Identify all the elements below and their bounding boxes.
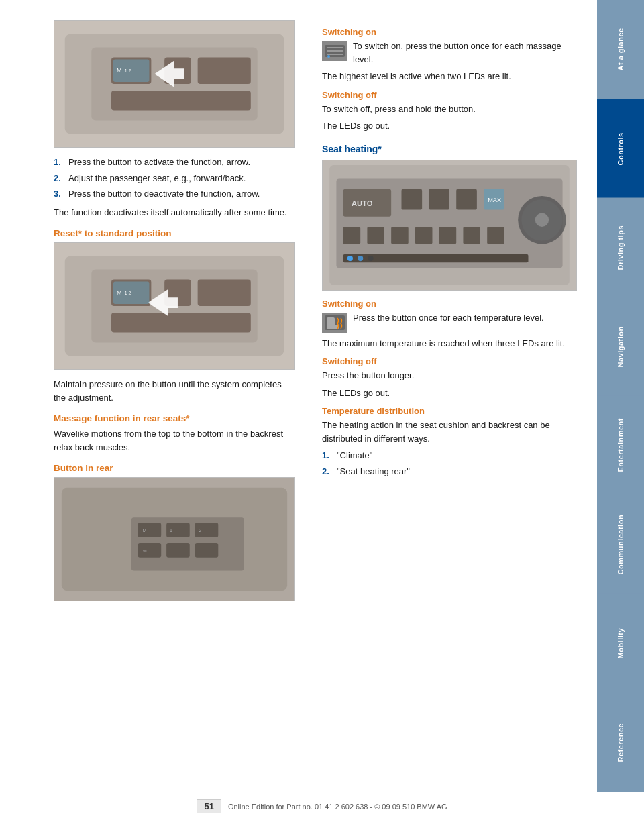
svg-rect-26 <box>138 523 162 537</box>
sidebar-item-navigation[interactable]: Navigation <box>597 297 644 397</box>
sidebar-item-at-a-glance[interactable]: At a glance <box>597 0 644 99</box>
sidebar-item-reference[interactable]: Reference <box>597 693 644 792</box>
left-column: M 1 2 1. Press the button to activate th… <box>54 20 315 800</box>
svg-point-54 <box>535 213 549 226</box>
svg-rect-68 <box>327 317 335 327</box>
switching-on-body-1: The highest level is active when two LED… <box>322 70 577 83</box>
svg-text:M: M <box>117 289 121 296</box>
seat-heating-image: AUTO MAX <box>322 160 577 291</box>
svg-rect-47 <box>401 189 422 209</box>
svg-text:M: M <box>143 528 147 533</box>
svg-point-63 <box>347 255 353 260</box>
svg-rect-60 <box>463 227 480 244</box>
svg-rect-57 <box>391 227 409 244</box>
svg-point-41 <box>327 55 330 58</box>
sidebar: At a glance Controls Driving tips Naviga… <box>597 0 644 792</box>
reset-heading: Reset* to standard position <box>54 228 295 238</box>
svg-point-64 <box>358 255 363 260</box>
steps-list: 1. Press the button to activate the func… <box>54 156 295 201</box>
svg-rect-30 <box>166 543 190 558</box>
switching-on-text-2: Press the button once for each temperatu… <box>353 311 544 325</box>
switching-on-icon-row-2: Press the button once for each temperatu… <box>322 311 577 333</box>
svg-rect-58 <box>415 227 433 244</box>
step-1: 1. Press the button to activate the func… <box>54 156 295 169</box>
svg-rect-69 <box>327 325 339 329</box>
switching-on-heading-1: Switching on <box>322 27 577 37</box>
svg-text:MAX: MAX <box>488 197 501 203</box>
switching-off-text-1: To switch off, press and hold the button… <box>322 103 577 116</box>
seat-heat-on-icon <box>322 313 347 333</box>
sidebar-item-entertainment[interactable]: Entertainment <box>597 396 644 495</box>
svg-rect-5 <box>198 57 251 84</box>
svg-rect-49 <box>456 189 477 209</box>
svg-text:1: 1 <box>170 528 172 533</box>
temp-dist-item-1: 1. "Climate" <box>322 449 577 462</box>
footer: 51 Online Edition for Part no. 01 41 2 6… <box>0 792 644 820</box>
seat-image-reset: M 1 2 <box>54 242 295 370</box>
svg-rect-48 <box>429 189 449 209</box>
switching-on-body-2: The maximum temperature is reached when … <box>322 337 577 350</box>
switching-off-text-2: Press the button longer. <box>322 369 577 382</box>
massage-body: Wavelike motions from the top to the bot… <box>54 427 295 454</box>
svg-text:2: 2 <box>199 528 202 533</box>
svg-rect-31 <box>195 543 219 558</box>
svg-text:M: M <box>117 67 121 74</box>
svg-rect-59 <box>439 227 457 244</box>
svg-text:1  2: 1 2 <box>125 68 131 73</box>
svg-rect-6 <box>111 91 251 111</box>
svg-rect-29 <box>138 543 162 558</box>
leds-go-out-2: The LEDs go out. <box>322 387 577 400</box>
sidebar-item-controls[interactable]: Controls <box>597 99 644 199</box>
footer-text: Online Edition for Part no. 01 41 2 602 … <box>228 803 447 811</box>
seat-heating-heading: Seat heating* <box>322 144 577 154</box>
sidebar-item-mobility[interactable]: Mobility <box>597 594 644 693</box>
step-2: 2. Adjust the passenger seat, e.g., forw… <box>54 172 295 185</box>
svg-rect-61 <box>487 227 504 244</box>
temp-dist-heading: Temperature distribution <box>322 406 577 416</box>
switching-on-text-1: To switch on, press the button once for … <box>353 40 577 66</box>
seat-image-top: M 1 2 <box>54 20 295 148</box>
temp-dist-body: The heating action in the seat cushion a… <box>322 419 577 445</box>
svg-rect-17 <box>111 313 251 333</box>
svg-text:⇐: ⇐ <box>143 548 147 553</box>
svg-point-65 <box>368 255 373 260</box>
button-rear-heading: Button in rear <box>54 463 295 473</box>
maintain-pressure-text: Maintain pressure on the button until th… <box>54 378 295 404</box>
temp-dist-item-2: 2. "Seat heating rear" <box>322 465 577 478</box>
svg-rect-16 <box>198 279 251 306</box>
massage-on-icon <box>322 41 347 61</box>
switching-on-heading-2: Switching on <box>322 299 577 309</box>
svg-text:1  2: 1 2 <box>125 291 131 295</box>
page-number: 51 <box>197 799 221 813</box>
massage-heading: Massage function in rear seats* <box>54 413 295 423</box>
temp-dist-list: 1. "Climate" 2. "Seat heating rear" <box>322 449 577 478</box>
seat-image-rear: M 1 2 ⇐ <box>54 477 295 601</box>
step-3: 3. Press the button to deactivate the fu… <box>54 187 295 201</box>
sidebar-item-communication[interactable]: Communication <box>597 495 644 595</box>
leds-go-out-1: The LEDs go out. <box>322 119 577 133</box>
switching-off-heading-2: Switching off <box>322 356 577 366</box>
svg-rect-56 <box>367 227 384 244</box>
switching-on-icon-row-1: To switch on, press the button once for … <box>322 40 577 66</box>
auto-deactivate-text: The function deactivates itself automati… <box>54 206 295 219</box>
sidebar-item-driving-tips[interactable]: Driving tips <box>597 198 644 297</box>
svg-text:AUTO: AUTO <box>352 199 373 207</box>
switching-off-heading-1: Switching off <box>322 90 577 100</box>
right-column: Switching on To switch on, press the but… <box>315 20 577 800</box>
svg-rect-55 <box>343 227 361 244</box>
